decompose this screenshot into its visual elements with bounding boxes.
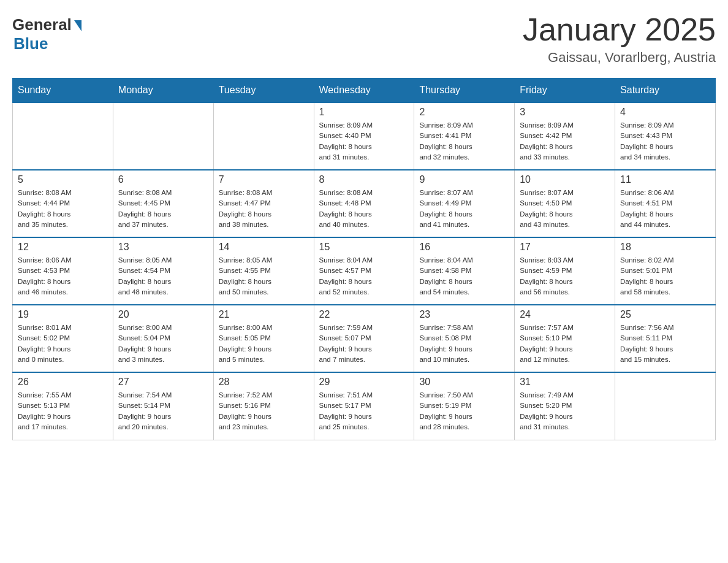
day-info: Sunrise: 7:49 AMSunset: 5:20 PMDaylight:… xyxy=(520,390,610,432)
calendar-cell: 22Sunrise: 7:59 AMSunset: 5:07 PMDayligh… xyxy=(314,305,414,372)
calendar-cell: 2Sunrise: 8:09 AMSunset: 4:41 PMDaylight… xyxy=(414,102,515,170)
day-info: Sunrise: 8:06 AMSunset: 4:53 PMDaylight:… xyxy=(18,255,108,297)
day-number: 31 xyxy=(520,377,610,388)
day-number: 17 xyxy=(520,242,610,253)
day-number: 6 xyxy=(118,174,208,185)
day-number: 5 xyxy=(18,174,108,185)
day-number: 4 xyxy=(620,107,710,118)
week-row-5: 26Sunrise: 7:55 AMSunset: 5:13 PMDayligh… xyxy=(13,372,716,440)
calendar-cell xyxy=(615,372,716,440)
day-info: Sunrise: 8:04 AMSunset: 4:58 PMDaylight:… xyxy=(419,255,509,297)
calendar-cell: 1Sunrise: 8:09 AMSunset: 4:40 PMDaylight… xyxy=(314,102,414,170)
week-row-4: 19Sunrise: 8:01 AMSunset: 5:02 PMDayligh… xyxy=(13,305,716,372)
logo-general: General xyxy=(12,15,72,34)
day-number: 20 xyxy=(118,309,208,320)
day-info: Sunrise: 7:59 AMSunset: 5:07 PMDaylight:… xyxy=(319,323,409,365)
calendar-cell: 4Sunrise: 8:09 AMSunset: 4:43 PMDaylight… xyxy=(615,102,716,170)
calendar-table: SundayMondayTuesdayWednesdayThursdayFrid… xyxy=(12,78,716,440)
day-info: Sunrise: 8:08 AMSunset: 4:48 PMDaylight:… xyxy=(319,188,409,230)
day-info: Sunrise: 8:04 AMSunset: 4:57 PMDaylight:… xyxy=(319,255,409,297)
day-info: Sunrise: 8:08 AMSunset: 4:47 PMDaylight:… xyxy=(219,188,309,230)
day-info: Sunrise: 8:07 AMSunset: 4:50 PMDaylight:… xyxy=(520,188,610,230)
day-number: 23 xyxy=(419,309,509,320)
calendar-cell: 7Sunrise: 8:08 AMSunset: 4:47 PMDaylight… xyxy=(213,170,314,237)
calendar-cell: 5Sunrise: 8:08 AMSunset: 4:44 PMDaylight… xyxy=(13,170,113,237)
day-number: 28 xyxy=(219,377,309,388)
calendar-cell: 30Sunrise: 7:50 AMSunset: 5:19 PMDayligh… xyxy=(414,372,515,440)
logo-text: General xyxy=(12,15,82,34)
calendar-cell xyxy=(113,102,213,170)
header-thursday: Thursday xyxy=(414,79,515,103)
day-info: Sunrise: 7:55 AMSunset: 5:13 PMDaylight:… xyxy=(18,390,108,432)
calendar-cell: 15Sunrise: 8:04 AMSunset: 4:57 PMDayligh… xyxy=(314,237,414,305)
day-info: Sunrise: 8:09 AMSunset: 4:41 PMDaylight:… xyxy=(419,120,509,163)
calendar-title: January 2025 xyxy=(523,12,716,47)
day-info: Sunrise: 8:08 AMSunset: 4:44 PMDaylight:… xyxy=(18,188,108,230)
day-number: 19 xyxy=(18,309,108,320)
day-info: Sunrise: 8:09 AMSunset: 4:43 PMDaylight:… xyxy=(620,120,710,163)
day-info: Sunrise: 8:02 AMSunset: 5:01 PMDaylight:… xyxy=(620,255,710,297)
calendar-cell: 19Sunrise: 8:01 AMSunset: 5:02 PMDayligh… xyxy=(13,305,113,372)
day-info: Sunrise: 7:54 AMSunset: 5:14 PMDaylight:… xyxy=(118,390,208,432)
day-number: 7 xyxy=(219,174,309,185)
day-number: 1 xyxy=(319,107,409,118)
day-number: 18 xyxy=(620,242,710,253)
day-info: Sunrise: 8:09 AMSunset: 4:40 PMDaylight:… xyxy=(319,120,409,163)
calendar-cell: 9Sunrise: 8:07 AMSunset: 4:49 PMDaylight… xyxy=(414,170,515,237)
day-number: 13 xyxy=(118,242,208,253)
day-number: 12 xyxy=(18,242,108,253)
day-number: 10 xyxy=(520,174,610,185)
day-number: 15 xyxy=(319,242,409,253)
logo: General Blue xyxy=(12,12,82,53)
day-number: 14 xyxy=(219,242,309,253)
day-number: 3 xyxy=(520,107,610,118)
day-number: 30 xyxy=(419,377,509,388)
day-info: Sunrise: 7:58 AMSunset: 5:08 PMDaylight:… xyxy=(419,323,509,365)
header-friday: Friday xyxy=(515,79,615,103)
day-number: 21 xyxy=(219,309,309,320)
calendar-cell: 21Sunrise: 8:00 AMSunset: 5:05 PMDayligh… xyxy=(213,305,314,372)
logo-blue: Blue xyxy=(13,34,48,53)
day-info: Sunrise: 7:52 AMSunset: 5:16 PMDaylight:… xyxy=(219,390,309,432)
calendar-header-row: SundayMondayTuesdayWednesdayThursdayFrid… xyxy=(13,79,716,103)
calendar-cell: 27Sunrise: 7:54 AMSunset: 5:14 PMDayligh… xyxy=(113,372,213,440)
calendar-cell: 29Sunrise: 7:51 AMSunset: 5:17 PMDayligh… xyxy=(314,372,414,440)
day-number: 24 xyxy=(520,309,610,320)
calendar-cell xyxy=(13,102,113,170)
calendar-cell: 14Sunrise: 8:05 AMSunset: 4:55 PMDayligh… xyxy=(213,237,314,305)
day-info: Sunrise: 8:00 AMSunset: 5:04 PMDaylight:… xyxy=(118,323,208,365)
day-info: Sunrise: 8:01 AMSunset: 5:02 PMDaylight:… xyxy=(18,323,108,365)
header-tuesday: Tuesday xyxy=(213,79,314,103)
week-row-3: 12Sunrise: 8:06 AMSunset: 4:53 PMDayligh… xyxy=(13,237,716,305)
week-row-2: 5Sunrise: 8:08 AMSunset: 4:44 PMDaylight… xyxy=(13,170,716,237)
calendar-cell: 25Sunrise: 7:56 AMSunset: 5:11 PMDayligh… xyxy=(615,305,716,372)
day-number: 29 xyxy=(319,377,409,388)
day-number: 16 xyxy=(419,242,509,253)
day-info: Sunrise: 8:03 AMSunset: 4:59 PMDaylight:… xyxy=(520,255,610,297)
day-number: 2 xyxy=(419,107,509,118)
calendar-cell: 28Sunrise: 7:52 AMSunset: 5:16 PMDayligh… xyxy=(213,372,314,440)
day-info: Sunrise: 7:51 AMSunset: 5:17 PMDaylight:… xyxy=(319,390,409,432)
calendar-cell: 6Sunrise: 8:08 AMSunset: 4:45 PMDaylight… xyxy=(113,170,213,237)
calendar-cell: 13Sunrise: 8:05 AMSunset: 4:54 PMDayligh… xyxy=(113,237,213,305)
day-info: Sunrise: 8:08 AMSunset: 4:45 PMDaylight:… xyxy=(118,188,208,230)
day-info: Sunrise: 7:56 AMSunset: 5:11 PMDaylight:… xyxy=(620,323,710,365)
day-number: 9 xyxy=(419,174,509,185)
calendar-cell: 23Sunrise: 7:58 AMSunset: 5:08 PMDayligh… xyxy=(414,305,515,372)
calendar-cell: 11Sunrise: 8:06 AMSunset: 4:51 PMDayligh… xyxy=(615,170,716,237)
day-info: Sunrise: 7:50 AMSunset: 5:19 PMDaylight:… xyxy=(419,390,509,432)
header-wednesday: Wednesday xyxy=(314,79,414,103)
calendar-cell: 24Sunrise: 7:57 AMSunset: 5:10 PMDayligh… xyxy=(515,305,615,372)
calendar-cell: 26Sunrise: 7:55 AMSunset: 5:13 PMDayligh… xyxy=(13,372,113,440)
day-number: 8 xyxy=(319,174,409,185)
calendar-cell xyxy=(213,102,314,170)
day-info: Sunrise: 7:57 AMSunset: 5:10 PMDaylight:… xyxy=(520,323,610,365)
day-info: Sunrise: 8:05 AMSunset: 4:54 PMDaylight:… xyxy=(118,255,208,297)
day-number: 26 xyxy=(18,377,108,388)
day-number: 11 xyxy=(620,174,710,185)
header-saturday: Saturday xyxy=(615,79,716,103)
calendar-subtitle: Gaissau, Vorarlberg, Austria xyxy=(523,50,716,66)
calendar-cell: 10Sunrise: 8:07 AMSunset: 4:50 PMDayligh… xyxy=(515,170,615,237)
day-info: Sunrise: 8:09 AMSunset: 4:42 PMDaylight:… xyxy=(520,120,610,163)
calendar-cell: 31Sunrise: 7:49 AMSunset: 5:20 PMDayligh… xyxy=(515,372,615,440)
